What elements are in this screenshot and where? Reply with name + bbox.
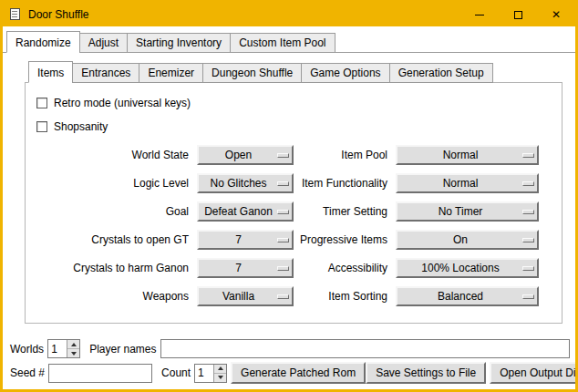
worlds-decrement-arrow-icon[interactable]	[67, 349, 79, 357]
minimize-button[interactable]	[460, 3, 499, 26]
worlds-stepper	[47, 339, 80, 358]
seed-input[interactable]	[48, 364, 152, 383]
maximize-icon	[514, 11, 522, 19]
close-icon: ✕	[552, 9, 561, 20]
timer-setting-dropdown[interactable]: No Timer	[396, 201, 539, 222]
dropdown-indicator-icon	[522, 210, 534, 214]
accessibility-row: Accessibility 100% Locations	[299, 258, 539, 278]
logic-level-row: Logic Level No Glitches	[33, 173, 294, 193]
shopsanity-label: Shopsanity	[54, 120, 108, 133]
dropdown-indicator-icon	[522, 266, 534, 271]
dropdown-indicator-icon	[277, 153, 289, 158]
titlebar: Door Shuffle ✕	[3, 3, 575, 26]
accessibility-dropdown[interactable]: 100% Locations	[396, 258, 539, 278]
item-sorting-row: Item Sorting Balanced	[299, 286, 539, 306]
item-functionality-value: Normal	[400, 177, 521, 190]
count-stepper	[194, 364, 227, 383]
item-sorting-dropdown[interactable]: Balanced	[396, 286, 539, 306]
weapons-label: Weapons	[33, 290, 197, 303]
settings-column-left: World State Open Logic Level No Glitches	[33, 145, 294, 306]
retro-mode-label: Retro mode (universal keys)	[54, 97, 191, 109]
accessibility-label: Accessibility	[299, 262, 396, 274]
tab-items[interactable]: Items	[28, 61, 73, 83]
dropdown-indicator-icon	[522, 294, 534, 299]
dropdown-indicator-icon	[277, 210, 289, 214]
tab-enemizer[interactable]: Enemizer	[139, 63, 203, 83]
tab-game-options[interactable]: Game Options	[301, 63, 389, 83]
worlds-label: Worlds	[8, 343, 47, 356]
main-tabstrip: Randomize Adjust Starting Inventory Cust…	[3, 26, 575, 53]
count-decrement-arrow-icon[interactable]	[214, 374, 226, 382]
save-settings-button[interactable]: Save Settings to File	[366, 362, 486, 384]
goal-dropdown[interactable]: Defeat Ganon	[197, 201, 294, 222]
item-sorting-value: Balanced	[400, 290, 521, 303]
dropdown-indicator-icon	[522, 153, 534, 158]
tab-entrances[interactable]: Entrances	[72, 63, 139, 83]
randomize-pane: Items Entrances Enemizer Dungeon Shuffle…	[3, 53, 575, 389]
worlds-increment-arrow-icon[interactable]	[67, 340, 79, 349]
window-title: Door Shuffle	[28, 8, 89, 21]
generate-patched-rom-button[interactable]: Generate Patched Rom	[231, 362, 366, 384]
goal-label: Goal	[33, 205, 197, 218]
tab-generation-setup[interactable]: Generation Setup	[389, 63, 493, 83]
accessibility-value: 100% Locations	[400, 262, 521, 274]
dropdown-indicator-icon	[522, 238, 534, 242]
minimize-icon	[475, 15, 484, 15]
tab-starting-inventory[interactable]: Starting Inventory	[127, 33, 231, 53]
retro-mode-checkbox-row: Retro mode (universal keys)	[36, 94, 554, 112]
worlds-row: Worlds Player names	[8, 339, 570, 358]
app-icon	[8, 7, 23, 22]
tab-dungeon-shuffle[interactable]: Dungeon Shuffle	[202, 63, 302, 83]
settings-grid: World State Open Logic Level No Glitches	[33, 145, 554, 306]
crystals-harm-ganon-dropdown[interactable]: 7	[197, 258, 294, 278]
timer-setting-row: Timer Setting No Timer	[299, 201, 539, 222]
logic-level-value: No Glitches	[201, 177, 275, 190]
retro-mode-checkbox[interactable]	[36, 98, 47, 108]
goal-row: Goal Defeat Ganon	[33, 201, 294, 222]
sub-notebook: Items Entrances Enemizer Dungeon Shuffle…	[25, 61, 563, 324]
count-label: Count	[152, 366, 194, 379]
open-output-directory-button[interactable]: Open Output Directory	[490, 362, 578, 384]
timer-setting-label: Timer Setting	[299, 205, 396, 218]
close-button[interactable]: ✕	[537, 3, 575, 26]
progressive-items-dropdown[interactable]: On	[396, 230, 539, 250]
count-increment-arrow-icon[interactable]	[214, 365, 226, 374]
footer: Worlds Player names Seed # Count	[3, 332, 575, 389]
crystals-open-gt-row: Crystals to open GT 7	[33, 230, 294, 250]
weapons-value: Vanilla	[201, 290, 275, 303]
item-pool-label: Item Pool	[299, 149, 396, 161]
item-functionality-dropdown[interactable]: Normal	[396, 173, 539, 193]
world-state-dropdown[interactable]: Open	[197, 145, 294, 165]
world-state-label: World State	[33, 149, 197, 161]
player-names-label: Player names	[80, 343, 160, 356]
item-pool-value: Normal	[400, 149, 521, 161]
tab-randomize[interactable]: Randomize	[6, 31, 80, 53]
dropdown-indicator-icon	[277, 266, 289, 271]
shopsanity-checkbox[interactable]	[36, 121, 47, 132]
progressive-items-value: On	[400, 233, 521, 246]
goal-value: Defeat Ganon	[201, 205, 275, 218]
dropdown-indicator-icon	[277, 238, 289, 242]
world-state-value: Open	[201, 149, 275, 161]
logic-level-label: Logic Level	[33, 177, 197, 190]
items-pane: Retro mode (universal keys) Shopsanity W…	[25, 82, 563, 324]
crystals-open-gt-value: 7	[201, 233, 275, 246]
dropdown-indicator-icon	[522, 181, 534, 186]
item-pool-dropdown[interactable]: Normal	[396, 145, 539, 165]
tab-custom-item-pool[interactable]: Custom Item Pool	[230, 33, 335, 53]
timer-setting-value: No Timer	[400, 205, 521, 218]
progressive-items-row: Progressive Items On	[299, 230, 539, 250]
player-names-input[interactable]	[160, 339, 571, 358]
crystals-harm-ganon-label: Crystals to harm Ganon	[33, 262, 197, 274]
worlds-input[interactable]	[48, 340, 67, 357]
maximize-button[interactable]	[499, 3, 537, 26]
logic-level-dropdown[interactable]: No Glitches	[197, 173, 294, 193]
app-window: Door Shuffle ✕ Randomize Adjust Starting…	[0, 0, 578, 392]
seed-label: Seed #	[8, 366, 48, 379]
settings-column-right: Item Pool Normal Item Functionality Norm…	[299, 145, 539, 306]
item-pool-row: Item Pool Normal	[299, 145, 539, 165]
weapons-dropdown[interactable]: Vanilla	[197, 286, 294, 306]
tab-adjust[interactable]: Adjust	[79, 33, 128, 53]
crystals-open-gt-dropdown[interactable]: 7	[197, 230, 294, 250]
count-input[interactable]	[195, 365, 213, 382]
